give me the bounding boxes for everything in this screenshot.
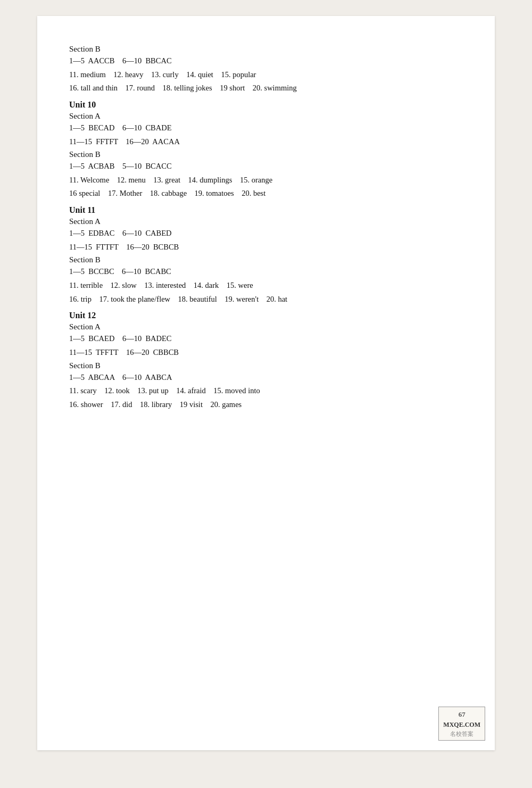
section-title: Section B [69, 45, 463, 54]
answer-line: 16 special 17. Mother 18. cabbage 19. to… [69, 187, 463, 200]
unit-title: Unit 11 [69, 205, 463, 215]
answer-line: 16. trip 17. took the plane/flew 18. bea… [69, 293, 463, 306]
section-title: Section B [69, 255, 463, 264]
unit-title: Unit 10 [69, 100, 463, 110]
section-title: Section B [69, 150, 463, 159]
answer-line: 11—15 TFFTT 16—20 CBBCB [69, 346, 463, 359]
answer-line: 11. medium 12. heavy 13. curly 14. quiet… [69, 68, 463, 81]
section-title: Section A [69, 322, 463, 331]
content-area: Section B1—5 AACCB 6—10 BBCAC11. medium … [69, 45, 463, 411]
answer-line: 11. scary 12. took 13. put up 14. afraid… [69, 384, 463, 397]
answer-line: 11. terrible 12. slow 13. interested 14.… [69, 279, 463, 292]
watermark: 67 MXQE.COM 名校答案 [438, 707, 485, 741]
answer-line: 16. tall and thin 17. round 18. telling … [69, 81, 463, 95]
site-name: MXQE.COM [443, 720, 480, 729]
section-title: Section A [69, 217, 463, 226]
section-title: Section A [69, 112, 463, 121]
page: Section B1—5 AACCB 6—10 BBCAC11. medium … [37, 16, 495, 750]
answer-line: 1—5 ACBAB 5—10 BCACC [69, 160, 463, 173]
answer-line: 1—5 BCCBC 6—10 BCABC [69, 265, 463, 278]
answer-line: 11—15 FFTFT 16—20 AACAA [69, 135, 463, 148]
answer-line: 1—5 BECAD 6—10 CBADE [69, 121, 463, 135]
section-title: Section B [69, 361, 463, 370]
page-number: 67 [443, 709, 480, 720]
answer-line: 1—5 ABCAA 6—10 AABCA [69, 371, 463, 384]
answer-line: 11—15 FTTFT 16—20 BCBCB [69, 240, 463, 254]
site-name-cn: 名校答案 [443, 729, 480, 739]
answer-line: 11. Welcome 12. menu 13. great 14. dumpl… [69, 173, 463, 187]
answer-line: 1—5 BCAED 6—10 BADEC [69, 332, 463, 345]
answer-line: 1—5 AACCB 6—10 BBCAC [69, 54, 463, 68]
answer-line: 1—5 EDBAC 6—10 CABED [69, 227, 463, 240]
unit-title: Unit 12 [69, 311, 463, 320]
answer-line: 16. shower 17. did 18. library 19 visit … [69, 398, 463, 411]
